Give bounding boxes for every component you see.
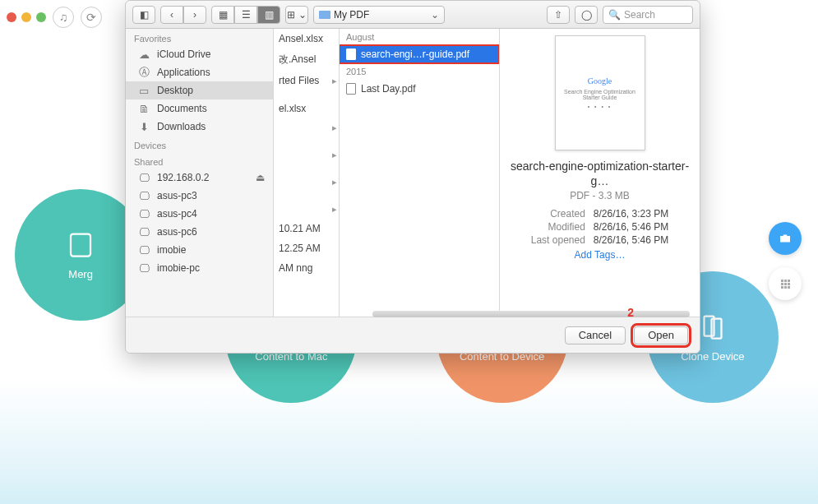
sidebar-item-host[interactable]: 🖵192.168.0.2⏏ xyxy=(126,169,273,187)
file-label: search-engi…r-guide.pdf xyxy=(361,49,469,60)
arrange-menu[interactable]: ⊞ ⌄ xyxy=(285,6,308,24)
add-tags-link[interactable]: Add Tags… xyxy=(575,249,626,261)
item-label: 10.21 AM xyxy=(279,223,321,234)
minimize-window[interactable] xyxy=(21,12,31,22)
host-icon: 🖵 xyxy=(137,172,150,183)
sidebar-label: iCloud Drive xyxy=(157,49,210,60)
list-item[interactable]: 10.21 AM xyxy=(274,219,339,238)
grid-icon xyxy=(781,280,790,289)
sidebar-toggle[interactable]: ◧ xyxy=(132,6,155,24)
sidebar-item-host[interactable]: 🖵asus-pc6 xyxy=(126,223,273,241)
view-columns[interactable]: ▥ xyxy=(257,6,280,24)
open-file-dialog: ◧ ‹ › ▦ ☰ ▥ ⊞ ⌄ My PDF ⇧ ◯ 🔍 Search Favo… xyxy=(125,0,700,354)
list-item[interactable]: 改.Ansel xyxy=(274,49,339,71)
sidebar-item-host[interactable]: 🖵imobie xyxy=(126,241,273,259)
sidebar-item-icloud[interactable]: ☁iCloud Drive xyxy=(126,45,273,63)
sidebar-item-host[interactable]: 🖵imobie-pc xyxy=(126,259,273,277)
host-icon: 🖵 xyxy=(137,262,150,274)
preview-title: search-engine-optimization-starter-g… xyxy=(506,159,693,188)
cancel-button[interactable]: Cancel xyxy=(565,326,626,344)
view-icons[interactable]: ▦ xyxy=(211,6,234,24)
list-item[interactable]: Ansel.xlsx xyxy=(274,29,339,49)
sidebar-item-documents[interactable]: 🗎Documents xyxy=(126,99,273,118)
sidebar-item-host[interactable]: 🖵asus-pc3 xyxy=(126,187,273,205)
sidebar-item-desktop[interactable]: ▭Desktop xyxy=(126,81,273,99)
search-icon: 🔍 xyxy=(608,9,621,21)
chevron-right-icon: ▸ xyxy=(332,177,337,187)
annotation-marker-2: 2 xyxy=(627,306,634,319)
meta-key: Modified xyxy=(531,221,585,233)
nav-back[interactable]: ‹ xyxy=(160,6,183,24)
list-item[interactable] xyxy=(274,192,339,200)
host-icon: 🖵 xyxy=(137,208,150,220)
sidebar-label: imobie-pc xyxy=(157,262,200,274)
item-label: Ansel.xlsx xyxy=(279,33,323,44)
list-item[interactable]: 12.25 AM xyxy=(274,238,339,258)
file-item[interactable]: Last Day.pdf xyxy=(340,80,499,98)
list-item[interactable]: rted Files▸ xyxy=(274,71,339,90)
group-header: August xyxy=(340,29,499,45)
chevron-right-icon: ▸ xyxy=(332,76,337,86)
sidebar-section-favorites: Favorites xyxy=(126,29,273,45)
list-item[interactable]: ▸ xyxy=(274,200,339,219)
preview-metadata: Created8/26/16, 3:23 PM Modified8/26/16,… xyxy=(531,208,668,246)
sidebar-item-downloads[interactable]: ⬇Downloads xyxy=(126,118,273,136)
thumb-brand: Google xyxy=(588,76,612,86)
list-item[interactable]: ▸ xyxy=(274,173,339,192)
sidebar-label: Downloads xyxy=(157,121,206,132)
view-list[interactable]: ☰ xyxy=(234,6,257,24)
maximize-window[interactable] xyxy=(36,12,46,22)
sidebar-label: asus-pc3 xyxy=(157,190,197,201)
column-2: August search-engi…r-guide.pdf 2015 Last… xyxy=(340,29,500,317)
open-button[interactable]: Open xyxy=(634,326,688,344)
doc-icon: 🗎 xyxy=(137,103,150,114)
window-chrome: ♫ ⟳ xyxy=(7,7,102,28)
host-icon: 🖵 xyxy=(137,226,150,238)
meta-key: Created xyxy=(531,208,585,220)
sidebar-item-host[interactable]: 🖵asus-pc4 xyxy=(126,205,273,223)
briefcase-icon xyxy=(778,231,793,246)
list-item[interactable] xyxy=(274,164,339,173)
meta-value: 8/26/16, 5:46 PM xyxy=(594,221,668,233)
item-label: AM nng xyxy=(279,262,312,274)
preview-panel: Google Search Engine Optimization Starte… xyxy=(500,29,700,317)
list-item[interactable] xyxy=(274,137,339,146)
host-icon: 🖵 xyxy=(137,244,150,256)
meta-key: Last opened xyxy=(531,234,585,246)
item-label: 12.25 AM xyxy=(279,243,321,254)
eject-icon[interactable]: ⏏ xyxy=(256,172,265,183)
list-item[interactable] xyxy=(274,90,339,99)
path-label: My PDF xyxy=(334,9,369,21)
nav-forward[interactable]: › xyxy=(183,6,206,24)
preview-thumbnail: Google Search Engine Optimization Starte… xyxy=(555,35,645,150)
dialog-footer: 2 Cancel Open xyxy=(126,317,700,353)
item-label: el.xlsx xyxy=(279,103,306,114)
svg-rect-0 xyxy=(71,234,90,256)
file-item-selected[interactable]: search-engi…r-guide.pdf xyxy=(340,45,499,63)
item-label: 改.Ansel xyxy=(279,53,316,67)
tags-button[interactable]: ◯ xyxy=(575,6,598,24)
music-icon[interactable]: ♫ xyxy=(53,7,74,28)
chevron-right-icon: ▸ xyxy=(332,123,337,133)
item-label: rted Files xyxy=(279,75,319,86)
list-item[interactable]: ▸ xyxy=(274,118,339,137)
folder-icon xyxy=(319,11,330,19)
refresh-icon[interactable]: ⟳ xyxy=(81,7,102,28)
path-dropdown[interactable]: My PDF xyxy=(313,6,445,24)
list-item[interactable]: el.xlsx xyxy=(274,99,339,118)
preview-subtitle: PDF - 3.3 MB xyxy=(570,190,630,201)
dialog-toolbar: ◧ ‹ › ▦ ☰ ▥ ⊞ ⌄ My PDF ⇧ ◯ 🔍 Search xyxy=(126,1,700,29)
file-icon xyxy=(346,49,356,60)
sidebar-label: Applications xyxy=(157,67,210,78)
list-item[interactable]: AM nng xyxy=(274,258,339,278)
toolbox-button[interactable] xyxy=(769,222,802,255)
list-item[interactable]: ▸ xyxy=(274,146,339,164)
sidebar-label: asus-pc4 xyxy=(157,208,197,220)
sidebar-item-applications[interactable]: ⒶApplications xyxy=(126,63,273,81)
share-button[interactable]: ⇧ xyxy=(547,6,570,24)
close-window[interactable] xyxy=(7,12,16,22)
search-input[interactable]: 🔍 Search xyxy=(603,6,693,24)
file-icon xyxy=(346,83,356,95)
group-header: 2015 xyxy=(340,63,499,80)
apps-button[interactable] xyxy=(769,267,802,300)
